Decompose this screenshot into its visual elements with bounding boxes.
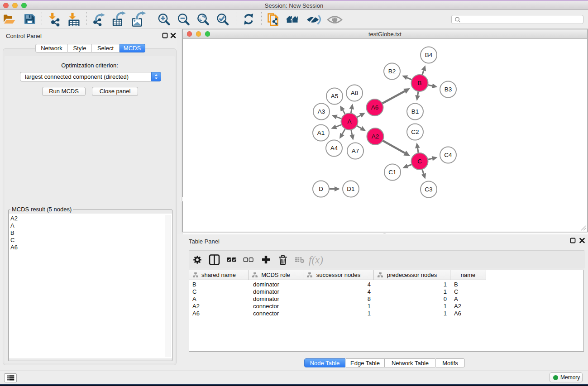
svg-text:f(x): f(x) (309, 254, 323, 266)
svg-text:B3: B3 (445, 86, 452, 93)
svg-text:A4: A4 (330, 145, 338, 152)
svg-text:C3: C3 (425, 186, 432, 193)
svg-text:B1: B1 (411, 108, 419, 115)
svg-text:A7: A7 (352, 148, 359, 154)
svg-text:C1: C1 (388, 169, 396, 176)
svg-text:C2: C2 (411, 129, 419, 135)
svg-text:B2: B2 (388, 68, 396, 75)
svg-text:A3: A3 (318, 108, 325, 115)
svg-text:A5: A5 (331, 93, 339, 100)
svg-text:A: A (347, 118, 351, 125)
svg-text:D1: D1 (347, 186, 354, 192)
svg-text:A6: A6 (371, 104, 379, 111)
svg-text:C4: C4 (444, 152, 452, 158)
svg-text:A1: A1 (317, 129, 325, 136)
svg-text:D: D (319, 186, 323, 192)
svg-text:C: C (417, 158, 422, 165)
svg-text:B4: B4 (425, 52, 433, 58)
svg-text:A8: A8 (351, 90, 359, 96)
svg-text:A2: A2 (372, 133, 379, 140)
svg-text:B: B (417, 80, 421, 86)
